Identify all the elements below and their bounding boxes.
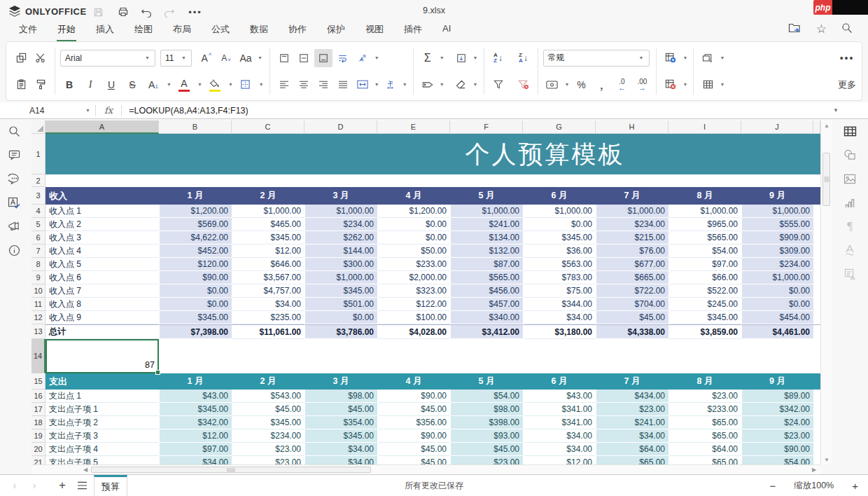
- orientation-button[interactable]: [354, 49, 372, 67]
- menu-tab-3[interactable]: 绘图: [134, 21, 153, 40]
- data-cell[interactable]: $54.00: [450, 390, 523, 403]
- paragraph-settings-button[interactable]: ¶: [832, 214, 868, 238]
- blank-row[interactable]: [46, 174, 820, 187]
- scroll-left-arrow[interactable]: ◀: [80, 465, 90, 474]
- data-cell[interactable]: $454.00: [741, 311, 813, 324]
- data-cell[interactable]: $235.00: [232, 311, 304, 324]
- row-label[interactable]: 收入点 3: [46, 231, 159, 244]
- row-header-21[interactable]: 21: [31, 456, 46, 464]
- data-cell[interactable]: $565.00: [668, 231, 741, 244]
- data-cell[interactable]: $34.00: [232, 298, 304, 311]
- data-cell[interactable]: $2,000.00: [377, 271, 450, 284]
- data-cell[interactable]: $0.00: [741, 284, 813, 298]
- data-cell[interactable]: $64.00: [596, 443, 668, 456]
- percent-style-button[interactable]: %: [572, 76, 590, 94]
- data-cell[interactable]: $3,786.00: [304, 324, 377, 339]
- section-header-label[interactable]: 支出: [46, 373, 159, 390]
- shape-settings-button[interactable]: [832, 143, 868, 167]
- data-cell[interactable]: $98.00: [304, 390, 377, 403]
- column-header-B[interactable]: B: [159, 120, 232, 134]
- data-cell[interactable]: $98.00: [450, 403, 523, 416]
- zoom-out-button[interactable]: −: [769, 480, 776, 492]
- chart-settings-button[interactable]: [832, 191, 868, 214]
- month-header[interactable]: 3 月: [304, 187, 377, 205]
- section-header-label[interactable]: 收入: [46, 187, 159, 205]
- align-bottom-button[interactable]: [314, 49, 332, 67]
- data-cell[interactable]: $45.00: [377, 443, 450, 456]
- data-cell[interactable]: $522.00: [668, 284, 741, 298]
- row-label[interactable]: 支出点子项 1: [46, 403, 159, 416]
- data-cell[interactable]: $45.00: [377, 456, 450, 464]
- format-as-table-button[interactable]: [699, 76, 717, 94]
- conditional-formatting-button[interactable]: [699, 49, 717, 67]
- underline-button[interactable]: U: [102, 76, 120, 94]
- menu-tab-0[interactable]: 文件: [18, 21, 38, 40]
- format-painter-button[interactable]: [31, 76, 50, 94]
- data-cell[interactable]: $345.00: [304, 284, 377, 298]
- data-cell[interactable]: $665.00: [596, 271, 668, 284]
- month-header[interactable]: 3 月: [304, 373, 377, 390]
- data-cell[interactable]: $4,461.00: [741, 324, 813, 339]
- data-cell[interactable]: $45.00: [232, 403, 304, 416]
- month-header[interactable]: 8 月: [668, 187, 741, 205]
- column-header-A[interactable]: A: [46, 120, 159, 134]
- subscript-button[interactable]: A1: [144, 76, 162, 94]
- insert-cells-button[interactable]: [662, 49, 680, 67]
- comments-button[interactable]: [0, 143, 28, 167]
- zoom-in-button[interactable]: +: [852, 480, 858, 492]
- data-cell[interactable]: $4,338.00: [596, 324, 668, 339]
- month-header[interactable]: 7 月: [596, 373, 668, 390]
- data-cell[interactable]: $34.00: [304, 456, 377, 464]
- row-header-5[interactable]: 5: [31, 218, 46, 231]
- row-label[interactable]: 总计: [46, 324, 159, 339]
- data-cell[interactable]: $76.00: [596, 244, 668, 258]
- month-header[interactable]: 2 月: [232, 187, 304, 205]
- accounting-style-button[interactable]: [543, 76, 561, 94]
- column-header-E[interactable]: E: [377, 120, 450, 134]
- data-cell[interactable]: $23.00: [741, 429, 813, 443]
- data-cell[interactable]: $345.00: [232, 416, 304, 429]
- column-header-D[interactable]: D: [304, 120, 377, 134]
- data-cell[interactable]: $1,000.00: [741, 271, 813, 284]
- data-cell[interactable]: $1,000.00: [668, 205, 741, 218]
- chat-button[interactable]: [0, 167, 28, 191]
- data-cell[interactable]: $909.00: [741, 231, 813, 244]
- data-cell[interactable]: $132.00: [450, 244, 523, 258]
- data-cell[interactable]: $234.00: [232, 429, 304, 443]
- text-art-settings-button[interactable]: [832, 238, 868, 262]
- row-label[interactable]: 收入点 8: [46, 298, 159, 311]
- data-cell[interactable]: $345.00: [232, 231, 304, 244]
- data-cell[interactable]: $90.00: [741, 443, 813, 456]
- menu-tab-5[interactable]: 公式: [211, 21, 230, 40]
- row-header-3[interactable]: 3: [31, 187, 46, 205]
- data-cell[interactable]: $456.00: [450, 284, 523, 298]
- row-label[interactable]: 收入点 2: [46, 218, 159, 231]
- clear-button[interactable]: [452, 76, 470, 94]
- data-cell[interactable]: $87.00: [450, 258, 523, 271]
- data-cell[interactable]: $342.00: [741, 403, 813, 416]
- data-cell[interactable]: $7,398.00: [159, 324, 232, 339]
- data-cell[interactable]: $24.00: [741, 416, 813, 429]
- scroll-down-arrow[interactable]: ▼: [821, 455, 832, 464]
- data-cell[interactable]: $0.00: [159, 298, 232, 311]
- data-cell[interactable]: $54.00: [741, 456, 813, 464]
- scroll-up-arrow[interactable]: ▲: [821, 120, 832, 130]
- row-header-7[interactable]: 7: [31, 244, 46, 258]
- cell-name-box[interactable]: A14▼: [25, 106, 95, 116]
- data-cell[interactable]: $0.00: [159, 284, 232, 298]
- data-cell[interactable]: $54.00: [668, 244, 741, 258]
- row-label[interactable]: 收入点 5: [46, 258, 159, 271]
- data-cell[interactable]: $50.00: [377, 244, 450, 258]
- data-cell[interactable]: $64.00: [668, 443, 741, 456]
- signature-settings-button[interactable]: [832, 262, 868, 286]
- feedback-button[interactable]: [0, 214, 28, 238]
- row-header-20[interactable]: 20: [31, 443, 46, 456]
- data-cell[interactable]: $565.00: [450, 271, 523, 284]
- data-cell[interactable]: $4,622.00: [159, 231, 232, 244]
- row-header-11[interactable]: 11: [31, 298, 46, 311]
- comma-style-button[interactable]: ,: [592, 76, 610, 94]
- row-header-1[interactable]: 1: [31, 134, 46, 174]
- data-cell[interactable]: $1,000.00: [304, 205, 377, 218]
- data-cell[interactable]: $23.00: [596, 403, 668, 416]
- column-header-H[interactable]: H: [596, 120, 668, 134]
